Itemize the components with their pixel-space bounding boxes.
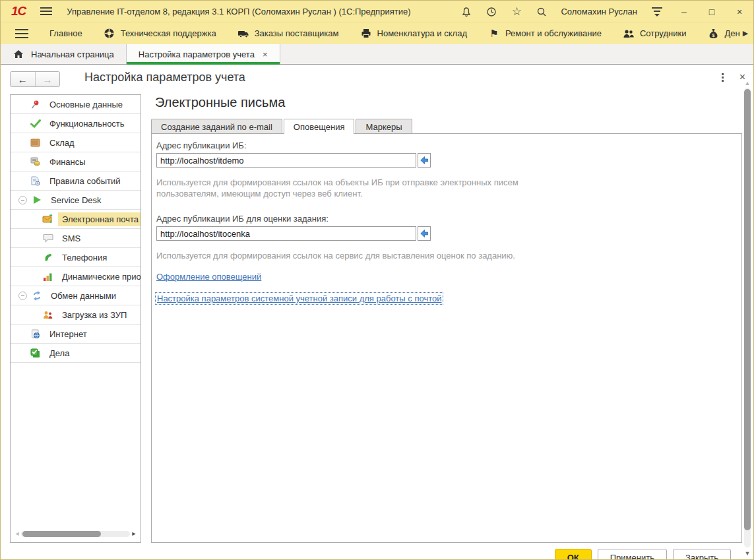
sidebar-item-warehouse[interactable]: Склад [11,133,141,152]
sidebar-item-telephony[interactable]: Телефония [11,248,141,267]
menu-item-repair-service[interactable]: ⚑ Ремонт и обслуживание [488,28,602,40]
sidebar-horizontal-scrollbar[interactable]: ◄ ► [13,530,138,538]
tab-markers[interactable]: Маркеры [356,119,412,134]
sync-arrows-icon [31,290,42,301]
page-title: Настройка параметров учета [84,71,245,84]
open-windows-tab-bar: Начальная страница Настройка параметров … [1,44,753,65]
menu-item-nomenclature-warehouse[interactable]: Номенклатура и склад [360,28,467,40]
minimize-button[interactable]: – [677,7,691,17]
ok-button[interactable]: ОК [555,549,592,560]
document-clock-icon [30,175,41,187]
history-icon[interactable] [486,6,497,18]
rating-address-input[interactable] [156,226,416,241]
sections-menu-bar: Главное Техническая поддержка Заказы пос… [1,22,753,44]
two-people-icon [42,309,53,321]
more-actions-icon[interactable] [720,72,725,83]
finance-coins-icon [30,156,41,168]
menu-overflow-arrow[interactable]: ▶ [740,22,751,44]
lifebuoy-icon [104,28,115,40]
open-link-button[interactable] [418,153,431,168]
main-vertical-scrollbar[interactable]: ▲ ▼ [743,80,751,559]
svg-text:$: $ [712,32,714,38]
tab-home-page[interactable]: Начальная страница [1,44,127,64]
close-window-button[interactable]: × [732,7,747,17]
tab-notifications[interactable]: Оповещения [284,119,355,134]
publication-address-label: Адрес публикации ИБ: [156,140,741,150]
play-icon [31,195,42,206]
bell-icon[interactable] [460,6,472,18]
sidebar-item-service-desk[interactable]: Service Desk [11,191,141,210]
sidebar-item-internet[interactable]: Интернет [11,325,141,344]
form-footer: ОК Применить Закрыть [1,549,745,560]
sidebar-item-email[interactable]: Электронная почта [11,210,141,229]
menu-item-supplier-orders[interactable]: Заказы поставщикам [237,28,339,40]
menu-item-main[interactable]: Главное [49,28,82,38]
checkered-flag-icon: ⚑ [488,28,500,40]
money-bag-icon: $ [707,28,719,40]
current-user[interactable]: Соломахин Руслан [561,7,637,16]
scroll-up-icon[interactable]: ▲ [743,80,751,86]
blue-arrow-left-icon [420,156,428,164]
publication-address-input[interactable] [156,153,416,168]
open-link-button[interactable] [418,226,431,241]
publication-address-hint: Используется для формирования ссылок на … [156,177,542,199]
collapse-icon[interactable] [18,196,27,204]
sidebar-item-dynamic-priorities[interactable]: Динамические приор [11,267,141,286]
sidebar-item-functionality[interactable]: Функциональность [11,114,141,133]
sidebar-item-main-data[interactable]: Основные данные [11,95,141,114]
close-button[interactable]: Закрыть [673,549,731,560]
content-heading: Электронные письма [155,95,285,110]
functions-menu-icon[interactable] [15,29,28,38]
tab-settings-parameters[interactable]: Настройка параметров учета × [127,44,280,64]
menu-item-tech-support[interactable]: Техническая поддержка [104,28,216,40]
sidebar-item-event-rules[interactable]: Правила событий [11,171,141,191]
application-window: { "window": { "logo": "1С", "title": "Уп… [0,0,754,560]
apply-button[interactable]: Применить [598,549,667,560]
rating-address-hint: Используется для формирования ссылок на … [156,250,542,261]
printer-icon [360,28,372,40]
search-icon[interactable] [536,6,548,18]
sidebar-item-finance[interactable]: Финансы [11,152,141,171]
rating-address-label: Адрес публикации ИБ для оценки задания: [156,214,741,224]
back-button[interactable]: ← [11,72,36,86]
truck-icon [237,28,249,40]
notifications-tab-panel: Адрес публикации ИБ: Используется для фо… [151,133,742,543]
1c-logo: 1С [11,4,26,18]
people-icon [623,28,635,40]
mail-icon [42,214,53,225]
view-settings-icon[interactable] [650,7,664,16]
window-title: Управление IT-отделом 8, редакция 3.1 КО… [67,7,410,16]
system-mail-account-link[interactable]: Настройка параметров системной учетной з… [155,292,443,305]
home-icon [13,48,24,60]
forward-button[interactable]: → [36,72,60,86]
close-tab-icon[interactable]: × [263,49,268,59]
maximize-button[interactable]: □ [705,7,719,17]
green-check-icon [30,118,41,129]
sidebar-item-data-exchange[interactable]: Обмен данными [11,286,141,305]
collapse-icon[interactable] [18,292,27,300]
form-header: ← → Настройка параметров учета × [1,65,753,94]
scrollbar-thumb[interactable] [22,531,101,537]
pushpin-icon [30,99,41,110]
menu-item-employees[interactable]: Сотрудники [623,28,686,40]
settings-sections-panel: Основные данные Функциональность Склад Ф… [10,94,141,543]
title-bar: 1С Управление IT-отделом 8, редакция 3.1… [1,1,753,22]
phone-icon [42,252,53,263]
warehouse-box-icon [30,137,41,148]
star-icon[interactable]: ☆ [511,6,522,18]
globe-page-icon [30,328,41,340]
task-check-icon [30,348,41,359]
history-nav-buttons: ← → [10,71,60,87]
scroll-right-icon[interactable]: ► [130,530,138,537]
sidebar-item-zup-import[interactable]: Загрузка из ЗУП [11,305,141,325]
content-tabs: Создание заданий по e-mail Оповещения Ма… [151,119,414,134]
sidebar-item-sms[interactable]: SMS [11,229,141,248]
blue-arrow-left-icon [420,230,428,237]
scroll-left-icon[interactable]: ◄ [13,530,21,537]
tab-email-task-creation[interactable]: Создание заданий по e-mail [151,119,282,134]
sidebar-item-tasks[interactable]: Дела [11,344,141,363]
scrollbar-thumb[interactable] [744,89,751,530]
notification-design-link[interactable]: Оформление оповещений [156,272,261,282]
main-menu-icon[interactable] [40,7,52,15]
bar-chart-icon [42,271,53,282]
